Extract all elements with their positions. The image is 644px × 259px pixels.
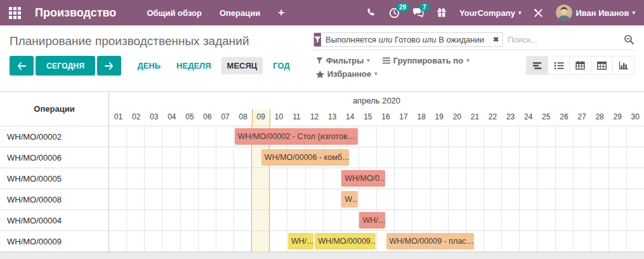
- facet-remove-icon[interactable]: ✖: [489, 33, 503, 46]
- gantt-cell: [216, 210, 233, 230]
- gantt-cell: [483, 231, 501, 251]
- gantt-bar[interactable]: W…: [341, 191, 358, 208]
- filters-dropdown[interactable]: Фильтры ▾: [316, 56, 370, 65]
- company-menu[interactable]: YourCompany ▾: [459, 8, 521, 18]
- gantt-cell: [519, 147, 537, 168]
- gantt-cell: [323, 189, 341, 209]
- gantt-cell: [501, 126, 519, 147]
- view-list-button[interactable]: [548, 56, 570, 75]
- gantt-cell: [162, 189, 180, 209]
- chevron-down-icon: ▾: [632, 10, 635, 16]
- menu-overview[interactable]: Общий обзор: [147, 8, 202, 18]
- gantt-cell: [233, 168, 251, 189]
- scale-button-неделя[interactable]: НЕДЕЛЯ: [171, 57, 216, 74]
- gantt-cell: [555, 126, 573, 147]
- gantt-cell: [251, 189, 269, 209]
- gantt-cell: [412, 210, 430, 230]
- gantt-cell: [608, 231, 626, 251]
- day-header-01: 01: [109, 109, 127, 126]
- graph-icon: [619, 62, 628, 70]
- messages-icon[interactable]: 7: [412, 8, 424, 18]
- gantt-cell: [519, 210, 537, 230]
- favorites-dropdown[interactable]: Избранное ▾: [316, 69, 378, 79]
- gantt-cell: [180, 147, 198, 168]
- phone-icon[interactable]: [366, 8, 376, 18]
- gantt-cell: [126, 168, 144, 189]
- gantt-cell: [555, 231, 573, 251]
- gantt-bar[interactable]: WH/…: [359, 212, 384, 229]
- user-menu[interactable]: Иван Иванов ▾: [556, 4, 635, 21]
- gantt-cell: [591, 189, 608, 209]
- gantt-cell: [287, 168, 305, 189]
- search-bar: Выполняется или Готово или В ожидании ✖: [313, 32, 634, 50]
- day-header-30: 30: [626, 109, 644, 126]
- debug-tools-icon[interactable]: [534, 8, 543, 18]
- groupby-dropdown[interactable]: Группировать по ▾: [383, 56, 470, 65]
- gantt-cell: [216, 147, 233, 168]
- gantt-cell: [376, 147, 394, 168]
- gantt-cell: [269, 210, 287, 230]
- gantt-cell: [626, 210, 644, 230]
- scale-button-месяц[interactable]: МЕСЯЦ: [221, 57, 263, 74]
- view-switcher: [527, 56, 634, 75]
- chevron-down-icon: ▾: [367, 58, 370, 63]
- gantt-cell: [162, 147, 180, 168]
- plus-icon[interactable]: +: [278, 6, 284, 19]
- day-header-03: 03: [145, 109, 162, 126]
- day-header-12: 12: [305, 109, 323, 126]
- gantt-cell: [501, 231, 519, 251]
- gift-icon[interactable]: [437, 8, 447, 18]
- day-header-17: 17: [395, 109, 412, 126]
- gantt-cell: [162, 126, 180, 147]
- scale-button-день[interactable]: ДЕНЬ: [131, 57, 166, 74]
- gantt-bar[interactable]: WH/MO/00002 - Стол (изготов…: [235, 128, 358, 145]
- gantt-cell: [412, 189, 430, 209]
- view-graph-button[interactable]: [612, 56, 634, 75]
- gantt-cell: [198, 168, 216, 189]
- gantt-cell: [251, 168, 269, 189]
- view-gantt-button[interactable]: [526, 56, 548, 75]
- gantt-cell: [233, 189, 251, 209]
- gantt-cell: [109, 231, 126, 251]
- gantt-cell: [305, 168, 323, 189]
- gantt-cell: [412, 168, 430, 189]
- gantt-cell: [216, 168, 233, 189]
- prev-period-button[interactable]: [10, 56, 34, 76]
- gantt-cell: [573, 189, 591, 209]
- next-period-button[interactable]: [97, 56, 121, 76]
- gantt-cell: [573, 231, 591, 251]
- gantt-bar[interactable]: WH/…: [288, 233, 313, 249]
- view-calendar-button[interactable]: [569, 56, 591, 75]
- gantt-bar[interactable]: WH/MO/00009…: [315, 233, 376, 249]
- gantt-bar[interactable]: WH/MO/00009 - плас…: [386, 233, 474, 249]
- gantt-cell: [591, 231, 608, 251]
- search-input[interactable]: [508, 35, 619, 44]
- day-header-15: 15: [358, 109, 376, 126]
- view-pivot-button[interactable]: [591, 56, 613, 75]
- gantt-cell: [466, 189, 483, 209]
- today-button[interactable]: СЕГОДНЯ: [36, 56, 95, 76]
- menu-operations[interactable]: Операции: [220, 8, 260, 18]
- gantt-cell: [591, 168, 608, 189]
- day-header-06: 06: [198, 109, 216, 126]
- apps-menu-icon[interactable]: [9, 7, 21, 19]
- gantt-timeline: апрель 2020 0102030405060708091011121314…: [109, 92, 644, 252]
- gantt-cell: [537, 126, 555, 147]
- favorites-label: Избранное: [327, 69, 372, 79]
- day-header-10: 10: [270, 109, 287, 126]
- gantt-cell: [537, 189, 555, 209]
- scale-button-год[interactable]: ГОД: [267, 57, 295, 74]
- gantt-cell: [573, 168, 591, 189]
- gantt-cell: [269, 168, 287, 189]
- gantt-cell: [573, 147, 591, 168]
- horizontal-scrollbar[interactable]: [0, 252, 644, 259]
- gantt-bar[interactable]: WH/MO/0…: [341, 170, 384, 187]
- search-magnifier-icon[interactable]: [624, 34, 634, 45]
- activities-clock-icon[interactable]: 29: [389, 8, 400, 18]
- gantt-cell: [608, 168, 626, 189]
- gantt-bar[interactable]: WH/MO/00006 - комб…: [261, 149, 349, 166]
- gantt-cell: [483, 168, 501, 189]
- gantt-cell: [198, 210, 216, 230]
- scale-switcher: ДЕНЬНЕДЕЛЯМЕСЯЦГОД: [131, 56, 295, 76]
- gantt-cell: [180, 126, 198, 147]
